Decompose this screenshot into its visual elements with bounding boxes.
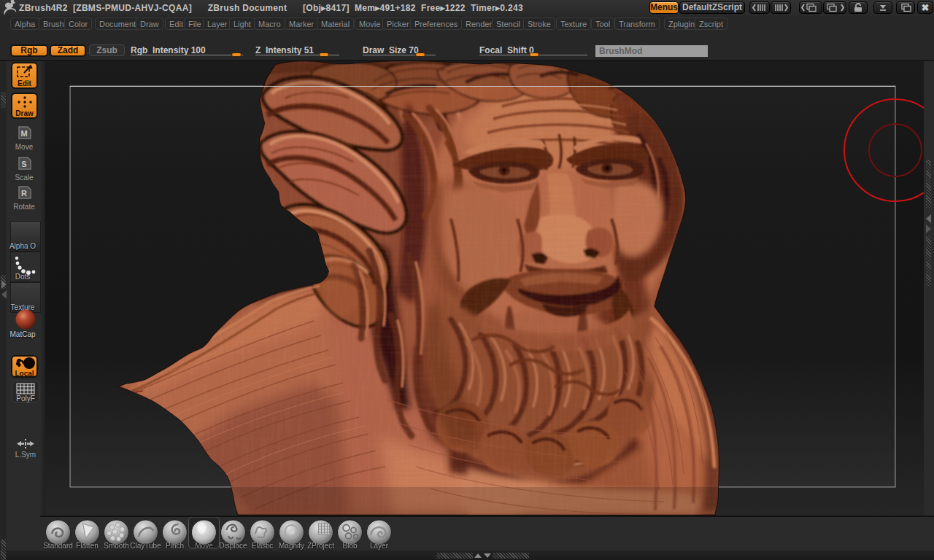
svg-text:S: S [21, 160, 26, 168]
svg-text:M: M [20, 129, 27, 138]
svg-text:R: R [21, 189, 27, 198]
